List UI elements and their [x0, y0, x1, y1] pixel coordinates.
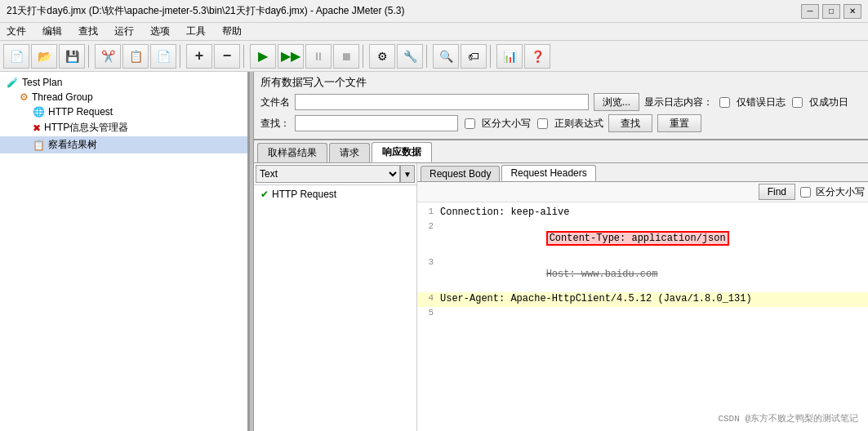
chart-button[interactable]: 📊 [496, 44, 523, 69]
sub-tab-request-headers[interactable]: Request Headers [501, 165, 595, 181]
line-content-3: Host: www.baidu.com [440, 257, 868, 291]
request-list: Text ▼ ✔ HTTP Request [254, 163, 417, 431]
start-button[interactable]: ▶ [250, 44, 276, 69]
code-lines: 1 Connection: keep-alive 2 Content-Type:… [417, 202, 868, 325]
toolbar: 📄 📂 💾 ✂️ 📋 📄 + − ▶ ▶▶ ⏸ ⏹ ⚙ 🔧 🔍 🏷 📊 ❓ [0, 41, 868, 72]
search-row: 查找： 区分大小写 正则表达式 查找 重置 [260, 114, 861, 132]
request-list-item-http[interactable]: ✔ HTTP Request [254, 185, 416, 203]
separator-1 [88, 45, 91, 68]
minimize-button[interactable]: ─ [801, 4, 819, 19]
file-input[interactable] [295, 94, 589, 110]
watermark-text: CSDN @东方不败之鸭梨的测试笔记 [718, 412, 858, 424]
sub-tabs-row: Request Body Request Headers [417, 163, 868, 182]
search-input[interactable] [295, 115, 458, 131]
tree-item-http-headers[interactable]: ✖ HTTP信息头管理器 [0, 119, 247, 136]
success-icon: ✔ [260, 189, 269, 200]
maximize-button[interactable]: □ [822, 4, 840, 19]
sub-tab-request-body[interactable]: Request Body [421, 166, 500, 181]
line-content-4: User-Agent: Apache-HttpClient/4.5.12 (Ja… [440, 293, 868, 304]
tab-request[interactable]: 请求 [329, 143, 370, 162]
separator-6 [490, 45, 493, 68]
display-label: 显示日志内容： [644, 96, 713, 109]
line-num-4: 4 [417, 293, 440, 303]
help-icon-button[interactable]: ❓ [524, 44, 550, 69]
menu-find[interactable]: 查找 [75, 23, 101, 40]
menu-options[interactable]: 选项 [147, 23, 173, 40]
tree-item-http-request[interactable]: 🌐 HTTP Request [0, 104, 247, 119]
code-line-3: 3 Host: www.baidu.com [417, 256, 868, 292]
find-case-checkbox[interactable] [800, 187, 811, 198]
line-num-5: 5 [417, 308, 440, 318]
close-button[interactable]: ✕ [844, 4, 861, 19]
code-line-1: 1 Connection: keep-alive [417, 206, 868, 220]
line-num-2: 2 [417, 221, 440, 231]
tree-item-label: 察看结果树 [48, 138, 97, 152]
tab-sampler-result[interactable]: 取样器结果 [257, 143, 327, 162]
error-only-checkbox[interactable] [719, 97, 730, 108]
text-select[interactable]: Text [256, 165, 400, 183]
sampler-area: Text ▼ ✔ HTTP Request Request Body Reque… [254, 163, 868, 431]
success-only-checkbox[interactable] [792, 97, 803, 108]
menu-tools[interactable]: 工具 [183, 23, 209, 40]
strike-content-3: Host: www.baidu.com [546, 269, 658, 280]
tabs-row: 取样器结果 请求 响应数据 [254, 140, 868, 163]
search-button[interactable]: 🔍 [433, 44, 459, 69]
separator-5 [426, 45, 430, 68]
success-only-label: 仅成功日 [809, 96, 848, 109]
menu-edit[interactable]: 编辑 [39, 23, 65, 40]
title-text: 21天打卡day6.jmx (D:\软件\apache-jmeter-5.3\b… [7, 4, 801, 18]
code-line-2: 2 Content-Type: application/json [417, 220, 868, 256]
code-toolbar: Find 区分大小写 [417, 182, 868, 202]
add-button[interactable]: + [186, 44, 212, 69]
tree-item-label: Thread Group [32, 91, 93, 103]
case-sensitive-label: 区分大小写 [482, 117, 531, 131]
paste-button[interactable]: 📄 [150, 44, 176, 69]
menu-help[interactable]: 帮助 [219, 23, 245, 40]
remove-button[interactable]: − [214, 44, 240, 69]
settings-button[interactable]: ⚙ [369, 44, 395, 69]
separator-2 [180, 45, 183, 68]
error-only-label: 仅错误日志 [737, 96, 786, 109]
file-label: 文件名 [260, 96, 290, 109]
browse-button[interactable]: 浏览... [594, 93, 639, 111]
line-content-1: Connection: keep-alive [440, 207, 868, 218]
window-controls: ─ □ ✕ [801, 4, 861, 19]
test-plan-icon: 🧪 [7, 77, 19, 88]
code-line-5: 5 [417, 307, 868, 322]
menu-file[interactable]: 文件 [3, 23, 29, 40]
tree-item-thread-group[interactable]: ⚙ Thread Group [0, 90, 247, 104]
cut-button[interactable]: ✂️ [95, 44, 121, 69]
log-title: 所有数据写入一个文件 [260, 75, 861, 90]
search-label: 查找： [260, 117, 290, 131]
result-tree-icon: 📋 [33, 140, 45, 151]
tab-response-data[interactable]: 响应数据 [372, 142, 432, 162]
text-dropdown-btn[interactable]: ▼ [400, 165, 415, 183]
start-no-pause-button[interactable]: ▶▶ [278, 44, 304, 69]
save-button[interactable]: 💾 [59, 44, 85, 69]
open-button[interactable]: 📂 [31, 44, 57, 69]
tree-item-result-tree[interactable]: 📋 察看结果树 [0, 136, 247, 153]
tool-button[interactable]: 🔧 [397, 44, 423, 69]
regex-checkbox[interactable] [537, 118, 548, 129]
line-num-1: 1 [417, 207, 440, 216]
tree-item-test-plan[interactable]: 🧪 Test Plan [0, 75, 247, 90]
tree-item-label: HTTP Request [48, 106, 113, 118]
line-content-2: Content-Type: application/json [440, 221, 868, 255]
tag-button[interactable]: 🏷 [461, 44, 487, 69]
search-button-action[interactable]: 查找 [608, 114, 652, 132]
code-viewer[interactable]: Find 区分大小写 1 Connection: keep-alive [417, 182, 868, 431]
http-request-icon: 🌐 [33, 106, 45, 118]
reset-button[interactable]: 重置 [657, 114, 701, 132]
new-button[interactable]: 📄 [3, 44, 29, 69]
stop-button[interactable]: ⏹ [333, 44, 359, 69]
request-item-label: HTTP Request [272, 189, 336, 200]
menu-run[interactable]: 运行 [111, 23, 137, 40]
find-button[interactable]: Find [759, 184, 795, 200]
case-sensitive-checkbox[interactable] [465, 118, 475, 129]
thread-group-icon: ⚙ [20, 91, 29, 103]
line-num-3: 3 [417, 257, 440, 267]
separator-4 [363, 45, 366, 68]
separator-3 [243, 45, 247, 68]
copy-button[interactable]: 📋 [122, 44, 149, 69]
pause-button[interactable]: ⏸ [305, 44, 332, 69]
